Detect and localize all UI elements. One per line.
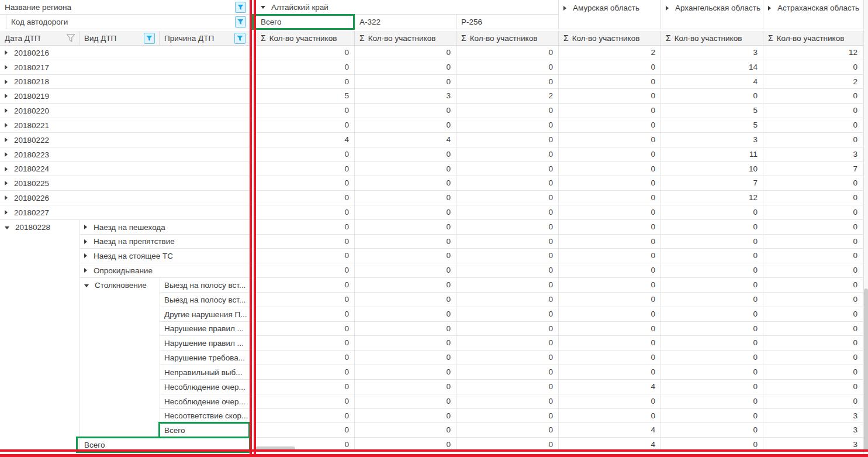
value-cell: 0 xyxy=(559,351,661,365)
expand-arrow-icon[interactable] xyxy=(5,50,8,55)
expand-arrow-icon[interactable] xyxy=(5,181,8,185)
value-cell: 0 xyxy=(355,263,457,278)
row-header-date[interactable]: 20180223 xyxy=(0,147,250,162)
row-header-date[interactable]: 20180221 xyxy=(0,118,250,133)
expand-arrow-icon[interactable] xyxy=(5,152,8,157)
kind-field-header[interactable]: Вид ДТП xyxy=(79,31,160,46)
value-cell: 5 xyxy=(661,118,763,133)
value-cell: 0 xyxy=(559,293,661,307)
sigma-icon: Σ xyxy=(666,33,671,43)
region-column-header-amur[interactable]: Амурская область xyxy=(559,0,661,29)
value-cell: 4 xyxy=(661,75,763,89)
expand-arrow-icon[interactable] xyxy=(5,94,8,98)
filter-icon[interactable] xyxy=(235,2,246,13)
cell-label: Несоответствие скор... xyxy=(164,411,248,420)
cause-field-header[interactable]: Причина ДТП xyxy=(160,31,250,46)
cell-label: 20180224 xyxy=(14,164,49,173)
date-field-header[interactable]: Дата ДТП xyxy=(0,31,79,46)
expand-arrow-icon[interactable] xyxy=(84,253,87,258)
cell-label: Опрокидывание xyxy=(94,266,153,275)
value-cell: 0 xyxy=(457,423,559,438)
filter-icon[interactable] xyxy=(234,33,245,44)
collapse-arrow-icon[interactable] xyxy=(84,284,89,287)
row-header-kind[interactable]: Наезд на препятствие xyxy=(79,235,250,249)
expand-arrow-icon[interactable] xyxy=(563,6,566,11)
expand-arrow-icon[interactable] xyxy=(84,225,87,229)
row-header-date[interactable]: 20180225 xyxy=(0,176,250,191)
value-cell: 0 xyxy=(457,235,559,249)
row-header-date[interactable]: 20180224 xyxy=(0,162,250,176)
expand-arrow-icon[interactable] xyxy=(5,167,8,171)
row-header-date[interactable]: 20180219 xyxy=(0,89,250,104)
region-column-header-arkhangelsk[interactable]: Архангельская область xyxy=(661,0,763,29)
value-cell: 0 xyxy=(256,75,355,89)
cell-label: Несоблюдение очер... xyxy=(164,397,245,406)
cell-label: 20180221 xyxy=(14,121,49,130)
cell-label: Кол-во участников xyxy=(675,34,742,43)
value-cell: 0 xyxy=(559,220,661,235)
value-cell: 0 xyxy=(661,205,763,220)
row-header-date[interactable]: 20180228 xyxy=(0,220,79,235)
collapse-arrow-icon[interactable] xyxy=(261,6,265,9)
value-cell: 0 xyxy=(355,409,457,423)
expand-arrow-icon[interactable] xyxy=(666,6,669,11)
region-column-header-altai[interactable]: Алтайский край xyxy=(256,0,559,15)
value-cell: 0 xyxy=(661,336,763,351)
row-header-date[interactable]: 20180220 xyxy=(0,104,250,118)
value-cell: 0 xyxy=(355,423,457,438)
cell-label: 20180218 xyxy=(14,77,49,86)
expand-arrow-icon[interactable] xyxy=(5,123,8,128)
cell-label: Наезд на стоящее ТС xyxy=(94,252,173,260)
value-cell: 14 xyxy=(661,60,763,75)
filter-icon[interactable] xyxy=(144,33,155,44)
sigma-icon: Σ xyxy=(261,33,266,43)
value-cell: 0 xyxy=(763,104,863,118)
row-header-kind[interactable]: Наезд на пешехода xyxy=(79,220,250,235)
collapse-arrow-icon[interactable] xyxy=(5,226,9,229)
road-code-filter-field[interactable]: Код автодороги xyxy=(6,15,250,29)
expand-arrow-icon[interactable] xyxy=(5,80,8,84)
value-cell: 5 xyxy=(256,89,355,104)
region-name-filter-field[interactable]: Название региона xyxy=(0,0,250,15)
value-cell: 0 xyxy=(763,205,863,220)
expand-arrow-icon[interactable] xyxy=(5,138,8,142)
value-cell: 0 xyxy=(355,380,457,394)
cell-label: 20180226 xyxy=(14,194,49,202)
row-header-kind[interactable]: Столкновение xyxy=(79,278,160,293)
row-header-date[interactable]: 20180226 xyxy=(0,191,250,205)
row-header-date[interactable]: 20180217 xyxy=(0,60,250,75)
filter-icon-inactive[interactable] xyxy=(67,34,75,42)
expand-arrow-icon[interactable] xyxy=(84,268,87,273)
value-cell: 0 xyxy=(457,176,559,191)
expand-arrow-icon[interactable] xyxy=(768,6,771,11)
row-header-cause: Нарушение правил ... xyxy=(160,336,250,351)
row-header-kind[interactable]: Наезд на стоящее ТС xyxy=(79,249,250,263)
expand-arrow-icon[interactable] xyxy=(84,239,87,244)
region-column-header-astrakhan[interactable]: Астраханская область xyxy=(763,0,863,29)
filter-icon[interactable] xyxy=(235,16,246,28)
value-cell: 0 xyxy=(256,118,355,133)
value-cell: 0 xyxy=(661,380,763,394)
vertical-scrollbar-thumb[interactable] xyxy=(864,288,868,451)
value-cell: 0 xyxy=(256,380,355,394)
expand-arrow-icon[interactable] xyxy=(5,210,8,215)
row-header-date[interactable]: 20180222 xyxy=(0,133,250,147)
value-cell: 0 xyxy=(355,307,457,322)
value-cell: 0 xyxy=(355,75,457,89)
value-cell: 0 xyxy=(559,205,661,220)
row-header-date[interactable]: 20180227 xyxy=(0,205,250,220)
value-cell: 4 xyxy=(355,133,457,147)
road-label: Р-256 xyxy=(461,18,482,26)
expand-arrow-icon[interactable] xyxy=(5,195,8,200)
value-cell: 0 xyxy=(256,307,355,322)
row-header-kind[interactable]: Опрокидывание xyxy=(79,263,250,278)
row-header-date[interactable]: 20180216 xyxy=(0,46,250,60)
row-header-date[interactable]: 20180218 xyxy=(0,75,250,89)
value-cell: 2 xyxy=(763,75,863,89)
value-cell: 0 xyxy=(256,322,355,336)
funnel-icon xyxy=(237,35,243,42)
expand-arrow-icon[interactable] xyxy=(5,65,8,70)
expand-arrow-icon[interactable] xyxy=(5,108,8,113)
cell-label: Нарушение правил ... xyxy=(164,339,244,348)
value-cell: 0 xyxy=(457,220,559,235)
